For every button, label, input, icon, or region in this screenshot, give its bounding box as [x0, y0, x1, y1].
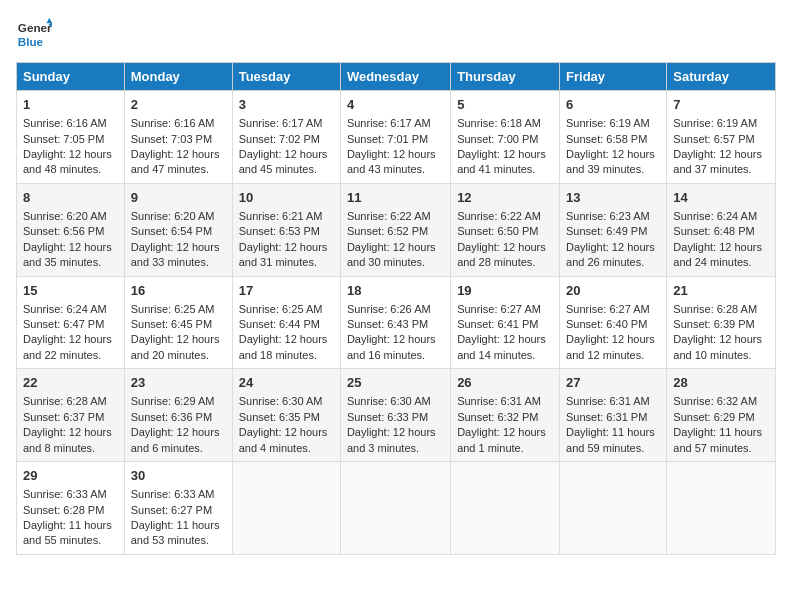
calendar-cell: 2Sunrise: 6:16 AMSunset: 7:03 PMDaylight… — [124, 91, 232, 184]
calendar-cell: 28Sunrise: 6:32 AMSunset: 6:29 PMDayligh… — [667, 369, 776, 462]
sunrise: Sunrise: 6:16 AM — [131, 117, 215, 129]
calendar-cell: 13Sunrise: 6:23 AMSunset: 6:49 PMDayligh… — [560, 183, 667, 276]
calendar-cell: 26Sunrise: 6:31 AMSunset: 6:32 PMDayligh… — [451, 369, 560, 462]
sunset: Sunset: 6:52 PM — [347, 225, 428, 237]
logo: General Blue — [16, 16, 52, 52]
daylight-label: Daylight: 12 hours and 30 minutes. — [347, 241, 436, 268]
sunrise: Sunrise: 6:25 AM — [239, 303, 323, 315]
calendar-cell: 22Sunrise: 6:28 AMSunset: 6:37 PMDayligh… — [17, 369, 125, 462]
daylight-label: Daylight: 12 hours and 10 minutes. — [673, 333, 762, 360]
daylight-label: Daylight: 12 hours and 4 minutes. — [239, 426, 328, 453]
daylight-label: Daylight: 11 hours and 53 minutes. — [131, 519, 220, 546]
day-number: 19 — [457, 282, 553, 300]
daylight-label: Daylight: 12 hours and 45 minutes. — [239, 148, 328, 175]
daylight-label: Daylight: 12 hours and 37 minutes. — [673, 148, 762, 175]
sunset: Sunset: 6:48 PM — [673, 225, 754, 237]
sunset: Sunset: 7:03 PM — [131, 133, 212, 145]
sunset: Sunset: 6:53 PM — [239, 225, 320, 237]
calendar-cell: 5Sunrise: 6:18 AMSunset: 7:00 PMDaylight… — [451, 91, 560, 184]
sunset: Sunset: 6:39 PM — [673, 318, 754, 330]
day-number: 2 — [131, 96, 226, 114]
daylight-label: Daylight: 12 hours and 1 minute. — [457, 426, 546, 453]
daylight-label: Daylight: 12 hours and 14 minutes. — [457, 333, 546, 360]
calendar-table: SundayMondayTuesdayWednesdayThursdayFrid… — [16, 62, 776, 555]
daylight-label: Daylight: 11 hours and 57 minutes. — [673, 426, 762, 453]
sunrise: Sunrise: 6:25 AM — [131, 303, 215, 315]
sunset: Sunset: 6:31 PM — [566, 411, 647, 423]
sunrise: Sunrise: 6:19 AM — [673, 117, 757, 129]
sunset: Sunset: 6:43 PM — [347, 318, 428, 330]
day-number: 10 — [239, 189, 334, 207]
sunrise: Sunrise: 6:21 AM — [239, 210, 323, 222]
calendar-cell: 15Sunrise: 6:24 AMSunset: 6:47 PMDayligh… — [17, 276, 125, 369]
daylight-label: Daylight: 12 hours and 26 minutes. — [566, 241, 655, 268]
calendar-week-4: 22Sunrise: 6:28 AMSunset: 6:37 PMDayligh… — [17, 369, 776, 462]
daylight-label: Daylight: 12 hours and 24 minutes. — [673, 241, 762, 268]
daylight-label: Daylight: 12 hours and 47 minutes. — [131, 148, 220, 175]
sunrise: Sunrise: 6:20 AM — [131, 210, 215, 222]
col-header-tuesday: Tuesday — [232, 63, 340, 91]
daylight-label: Daylight: 12 hours and 43 minutes. — [347, 148, 436, 175]
day-number: 5 — [457, 96, 553, 114]
daylight-label: Daylight: 12 hours and 33 minutes. — [131, 241, 220, 268]
calendar-cell: 12Sunrise: 6:22 AMSunset: 6:50 PMDayligh… — [451, 183, 560, 276]
calendar-cell: 10Sunrise: 6:21 AMSunset: 6:53 PMDayligh… — [232, 183, 340, 276]
col-header-sunday: Sunday — [17, 63, 125, 91]
sunrise: Sunrise: 6:27 AM — [457, 303, 541, 315]
sunrise: Sunrise: 6:19 AM — [566, 117, 650, 129]
sunrise: Sunrise: 6:28 AM — [23, 395, 107, 407]
sunset: Sunset: 6:58 PM — [566, 133, 647, 145]
sunrise: Sunrise: 6:30 AM — [347, 395, 431, 407]
day-number: 27 — [566, 374, 660, 392]
daylight-label: Daylight: 11 hours and 59 minutes. — [566, 426, 655, 453]
sunset: Sunset: 6:36 PM — [131, 411, 212, 423]
calendar-cell: 20Sunrise: 6:27 AMSunset: 6:40 PMDayligh… — [560, 276, 667, 369]
sunrise: Sunrise: 6:33 AM — [23, 488, 107, 500]
calendar-cell: 18Sunrise: 6:26 AMSunset: 6:43 PMDayligh… — [340, 276, 450, 369]
calendar-cell: 3Sunrise: 6:17 AMSunset: 7:02 PMDaylight… — [232, 91, 340, 184]
daylight-label: Daylight: 12 hours and 39 minutes. — [566, 148, 655, 175]
day-number: 3 — [239, 96, 334, 114]
sunset: Sunset: 7:01 PM — [347, 133, 428, 145]
calendar-cell: 23Sunrise: 6:29 AMSunset: 6:36 PMDayligh… — [124, 369, 232, 462]
day-number: 6 — [566, 96, 660, 114]
calendar-cell: 4Sunrise: 6:17 AMSunset: 7:01 PMDaylight… — [340, 91, 450, 184]
daylight-label: Daylight: 12 hours and 6 minutes. — [131, 426, 220, 453]
sunset: Sunset: 6:29 PM — [673, 411, 754, 423]
sunrise: Sunrise: 6:22 AM — [457, 210, 541, 222]
calendar-cell: 27Sunrise: 6:31 AMSunset: 6:31 PMDayligh… — [560, 369, 667, 462]
col-header-wednesday: Wednesday — [340, 63, 450, 91]
day-number: 1 — [23, 96, 118, 114]
day-number: 25 — [347, 374, 444, 392]
day-number: 26 — [457, 374, 553, 392]
sunrise: Sunrise: 6:18 AM — [457, 117, 541, 129]
sunrise: Sunrise: 6:17 AM — [347, 117, 431, 129]
sunrise: Sunrise: 6:27 AM — [566, 303, 650, 315]
sunrise: Sunrise: 6:31 AM — [457, 395, 541, 407]
calendar-cell: 1Sunrise: 6:16 AMSunset: 7:05 PMDaylight… — [17, 91, 125, 184]
sunset: Sunset: 6:44 PM — [239, 318, 320, 330]
page-header: General Blue — [16, 16, 776, 52]
calendar-cell: 8Sunrise: 6:20 AMSunset: 6:56 PMDaylight… — [17, 183, 125, 276]
calendar-cell: 14Sunrise: 6:24 AMSunset: 6:48 PMDayligh… — [667, 183, 776, 276]
calendar-cell: 6Sunrise: 6:19 AMSunset: 6:58 PMDaylight… — [560, 91, 667, 184]
sunrise: Sunrise: 6:33 AM — [131, 488, 215, 500]
calendar-cell: 21Sunrise: 6:28 AMSunset: 6:39 PMDayligh… — [667, 276, 776, 369]
day-number: 14 — [673, 189, 769, 207]
sunset: Sunset: 6:49 PM — [566, 225, 647, 237]
sunset: Sunset: 6:57 PM — [673, 133, 754, 145]
sunset: Sunset: 6:41 PM — [457, 318, 538, 330]
sunset: Sunset: 6:47 PM — [23, 318, 104, 330]
day-number: 15 — [23, 282, 118, 300]
calendar-cell: 29Sunrise: 6:33 AMSunset: 6:28 PMDayligh… — [17, 462, 125, 555]
sunset: Sunset: 6:50 PM — [457, 225, 538, 237]
calendar-cell: 16Sunrise: 6:25 AMSunset: 6:45 PMDayligh… — [124, 276, 232, 369]
calendar-cell — [232, 462, 340, 555]
daylight-label: Daylight: 12 hours and 12 minutes. — [566, 333, 655, 360]
day-number: 18 — [347, 282, 444, 300]
day-number: 8 — [23, 189, 118, 207]
day-number: 20 — [566, 282, 660, 300]
sunset: Sunset: 6:56 PM — [23, 225, 104, 237]
day-number: 29 — [23, 467, 118, 485]
day-number: 7 — [673, 96, 769, 114]
